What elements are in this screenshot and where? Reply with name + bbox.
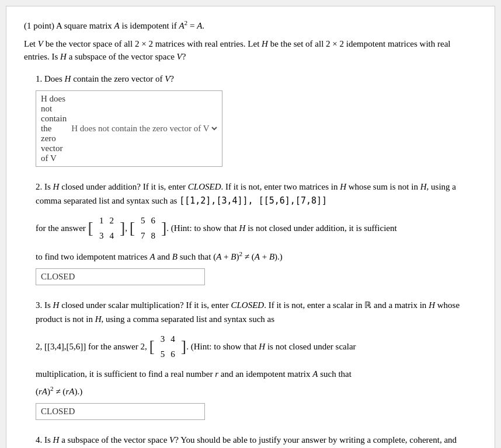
q2-closed-text: CLOSED bbox=[41, 272, 75, 281]
bracket-left2: [ bbox=[130, 220, 135, 236]
cell2-21: 7 bbox=[141, 229, 145, 243]
q3-hint: . (Hint: to show that H is not closed un… bbox=[186, 340, 356, 354]
q2-for-answer: for the answer bbox=[36, 221, 88, 235]
question-4: 4. Is H a subspace of the vector space V… bbox=[36, 433, 477, 449]
q3-bracket-right: ] bbox=[181, 338, 186, 355]
matrix-grid2: 5 6 7 8 bbox=[137, 211, 159, 245]
q3-cell-11: 3 bbox=[161, 332, 165, 346]
page: (1 point) A square matrix A is idempoten… bbox=[6, 6, 495, 448]
q1-dropdown[interactable]: H does not contain the zero vector of V … bbox=[69, 123, 219, 134]
q1-answer-text: H does not contain the zero vector of V bbox=[41, 94, 67, 163]
q2-text-main: 2. Is H closed under addition? If it is,… bbox=[36, 182, 456, 205]
q2-hint-line2: to find two idempotent matrices A and B … bbox=[36, 249, 477, 264]
H-ref2: H bbox=[60, 52, 67, 61]
q3-text-main: 3. Is H closed under scalar multiplicati… bbox=[36, 300, 460, 324]
A-eq: A bbox=[197, 21, 202, 30]
cell-22: 4 bbox=[109, 229, 114, 243]
q3-cell-21: 5 bbox=[161, 347, 165, 361]
V-ref: V bbox=[38, 39, 43, 48]
cell-12: 2 bbox=[109, 214, 114, 228]
q3-answer-box[interactable]: CLOSED bbox=[36, 403, 205, 420]
question-2: 2. Is H closed under addition? If it is,… bbox=[36, 180, 477, 285]
q3-matrix-row: 2, [[3,4],[5,6]] for the answer 2, [ 3 4… bbox=[36, 330, 477, 363]
q2-answer-box[interactable]: CLOSED bbox=[36, 268, 205, 285]
q2-comma: , bbox=[125, 221, 130, 235]
bracket-left: [ bbox=[88, 220, 93, 236]
q1-number: 1. Does H contain the zero vector of V? bbox=[36, 74, 174, 83]
q3-hint-line2: multiplication, it is sufficient to find… bbox=[36, 367, 477, 381]
q2-hint: . (Hint: to show that H is not closed un… bbox=[166, 221, 396, 235]
q3-closed-text: CLOSED bbox=[41, 407, 75, 416]
header-line2: Let V be the vector space of all 2 × 2 m… bbox=[24, 37, 477, 64]
bracket-right: ] bbox=[120, 220, 125, 236]
V-ref2: V bbox=[177, 52, 182, 61]
cell2-11: 5 bbox=[141, 214, 145, 228]
q2-label: 2. Is H closed under addition? If it is,… bbox=[36, 180, 477, 264]
q3-matrix-grid: 3 4 5 6 bbox=[157, 330, 179, 363]
question-3: 3. Is H closed under scalar multiplicati… bbox=[36, 298, 477, 420]
cell-21: 3 bbox=[99, 229, 104, 243]
A-squared: A bbox=[179, 21, 184, 30]
matrix-A-italic: A bbox=[114, 21, 120, 30]
q4-label: 4. Is H a subspace of the vector space V… bbox=[36, 433, 477, 449]
cell-11: 1 bbox=[99, 214, 104, 228]
problem-header: (1 point) A square matrix A is idempoten… bbox=[24, 18, 477, 64]
q3-for-answer: 2, [[3,4],[5,6]] for the answer 2, bbox=[36, 340, 149, 354]
q3-bracket-left: [ bbox=[149, 338, 155, 355]
q2-matrix2: [ 5 6 7 8 ] bbox=[130, 211, 167, 245]
q4-text: 4. Is H a subspace of the vector space V… bbox=[36, 435, 457, 449]
q3-matrix1: [ 3 4 5 6 ] bbox=[149, 330, 187, 363]
cell2-12: 6 bbox=[151, 214, 156, 228]
cell2-22: 8 bbox=[151, 229, 156, 243]
q1-label: 1. Does H contain the zero vector of V? bbox=[36, 72, 477, 86]
questions-container: 1. Does H contain the zero vector of V? … bbox=[36, 72, 477, 449]
bracket-right2: ] bbox=[161, 220, 166, 236]
q2-matrix1: [ 1 2 3 4 ] bbox=[88, 211, 126, 245]
q1-answer-box[interactable]: H does not contain the zero vector of V … bbox=[36, 90, 222, 167]
matrix-grid: 1 2 3 4 bbox=[96, 211, 117, 245]
question-1: 1. Does H contain the zero vector of V? … bbox=[36, 72, 477, 167]
q3-cell-12: 4 bbox=[171, 332, 175, 346]
q3-hint-line3: (rA)2 ≠ (rA).) bbox=[36, 383, 477, 398]
H-ref: H bbox=[262, 39, 268, 48]
q3-label: 3. Is H closed under scalar multiplicati… bbox=[36, 298, 477, 398]
header-line1: (1 point) A square matrix A is idempoten… bbox=[24, 18, 477, 33]
q2-matrix-row: for the answer [ 1 2 3 4 ] , bbox=[36, 211, 477, 245]
q3-cell-22: 6 bbox=[171, 347, 175, 361]
